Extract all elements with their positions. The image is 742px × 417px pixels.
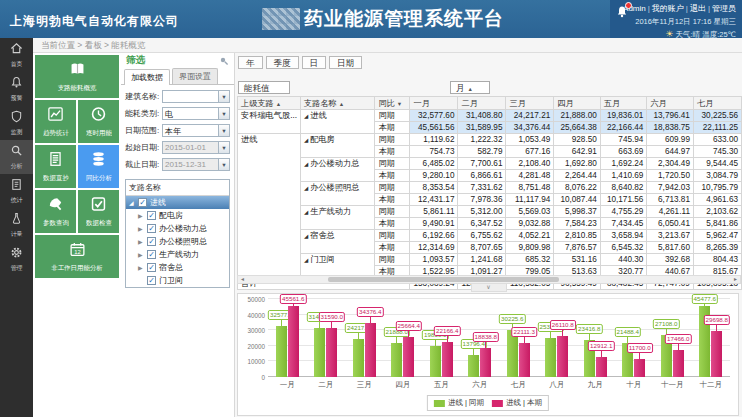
- user-link-3[interactable]: 管理员: [712, 4, 736, 13]
- branch-cell[interactable]: ◢配电房: [300, 134, 374, 158]
- month-header[interactable]: 六月: [647, 97, 694, 110]
- value-cell: 5,861.11: [410, 206, 458, 218]
- rail-item-alert[interactable]: 预警: [0, 72, 33, 106]
- x-axis-label: 二月: [318, 380, 333, 390]
- label-stem: [485, 342, 486, 348]
- col-header-0[interactable]: 上级支路▲: [238, 97, 301, 110]
- tree-node-1[interactable]: ▶✓办公楼动力总: [126, 222, 229, 235]
- value-cell: 7,942.03: [647, 182, 694, 194]
- col-header-1[interactable]: 支路名称▲: [300, 97, 374, 110]
- expand-icon[interactable]: ▶: [138, 225, 146, 232]
- expand-icon[interactable]: ▶: [138, 251, 146, 258]
- tile-param-query[interactable]: 参数查询: [35, 190, 76, 233]
- value-cell: 31,589.95: [458, 122, 506, 134]
- tile-data-check[interactable]: 数据检查: [78, 190, 119, 233]
- user-link-2[interactable]: 退出: [690, 4, 706, 13]
- field-select-1[interactable]: 电▼: [162, 107, 230, 120]
- scroll-right-arrow[interactable]: ►: [731, 276, 740, 283]
- field-select-4[interactable]: 2015-12-31▼: [162, 158, 230, 171]
- expand-icon[interactable]: ▶: [138, 238, 146, 245]
- field-label: 能耗类别:: [125, 108, 162, 119]
- notification-bell-icon[interactable]: [615, 5, 629, 19]
- legend-item-tongqi[interactable]: 进线 | 同期: [434, 398, 484, 408]
- pin-icon[interactable]: [219, 52, 229, 70]
- value-cell: 5,962.47: [693, 230, 741, 242]
- rail-item-home[interactable]: 首页: [0, 38, 33, 72]
- tree-node-0[interactable]: ▶✓配电房: [126, 209, 229, 222]
- tree-node-root[interactable]: ◢✓进线: [126, 196, 229, 209]
- field-select-3[interactable]: 2015-01-01▼: [162, 141, 230, 154]
- tile-nonworkday-analysis[interactable]: 12非工作日用能分析: [35, 235, 119, 278]
- tree-node-5[interactable]: ✓门卫间: [126, 274, 229, 287]
- col-header-2[interactable]: 同比▼: [375, 97, 410, 110]
- month-header[interactable]: 二月: [458, 97, 506, 110]
- scroll-left-arrow[interactable]: ◄: [238, 276, 247, 283]
- filter-tab-加载数据[interactable]: 加载数据: [124, 69, 170, 85]
- value-cell: 1,222.32: [458, 134, 506, 146]
- checkbox-checked[interactable]: ✓: [147, 211, 156, 220]
- bar-value-label: 22111.3: [512, 327, 537, 337]
- branch-cell[interactable]: ◢宿舍总: [300, 230, 374, 254]
- tile-label: 参数查询: [43, 218, 69, 227]
- user-link-1[interactable]: 我的账户: [652, 4, 684, 13]
- tile-hourly-energy[interactable]: 逐时用能: [78, 100, 119, 143]
- month-header[interactable]: 七月: [693, 97, 741, 110]
- tile-data-readout[interactable]: 数据直抄: [35, 145, 76, 188]
- expand-icon[interactable]: ▶: [138, 212, 146, 219]
- x-axis-label: 八月: [549, 380, 564, 390]
- expand-icon[interactable]: ◢: [129, 199, 137, 206]
- period-button-3[interactable]: 日期: [329, 56, 362, 69]
- month-header[interactable]: 四月: [554, 97, 601, 110]
- branch-cell[interactable]: ◢门卫间: [300, 254, 374, 278]
- checkbox-checked[interactable]: ✓: [147, 224, 156, 233]
- tile-branch-energy-overview[interactable]: 支路能耗概览: [35, 55, 119, 98]
- rail-item-metering[interactable]: 计量: [0, 208, 33, 242]
- chart-collapse-handle[interactable]: ∨: [471, 284, 507, 292]
- period-button-2[interactable]: 日: [302, 56, 327, 69]
- tree-node-label: 办公楼照明总: [159, 236, 207, 247]
- value-cell: 25,664.38: [554, 122, 601, 134]
- rail-item-admin[interactable]: 管理: [0, 242, 33, 276]
- value-cell: 9,490.91: [410, 218, 458, 230]
- svg-text:12: 12: [74, 248, 80, 254]
- field-value: 电: [163, 108, 218, 119]
- tree-node-4[interactable]: ▶✓宿舍总: [126, 261, 229, 274]
- bar-value-label: 23416.8: [576, 324, 602, 334]
- tree-node-2[interactable]: ▶✓办公楼照明总: [126, 235, 229, 248]
- rail-item-monitor[interactable]: 监测: [0, 106, 33, 140]
- branch-cell[interactable]: ◢办公楼动力总: [300, 158, 374, 182]
- checkbox-checked[interactable]: ✓: [138, 198, 147, 207]
- tile-trend-stats[interactable]: 趋势统计: [35, 100, 76, 143]
- field-select-2[interactable]: 本年▼: [162, 124, 230, 137]
- field-select-0[interactable]: ▼: [162, 90, 230, 103]
- tile-yoy-analysis[interactable]: 同比分析: [78, 145, 119, 188]
- month-header[interactable]: 一月: [410, 97, 458, 110]
- month-header[interactable]: 五月: [600, 97, 647, 110]
- branch-cell[interactable]: ◢进线: [300, 110, 374, 134]
- branch-cell[interactable]: ◢办公楼照明总: [300, 182, 374, 206]
- rail-item-stats[interactable]: 统计: [0, 174, 33, 208]
- user-info-box: Admin|我的账户|退出|管理员 2016年11月12日 17:16 星期三 …: [610, 0, 742, 38]
- checkbox-checked[interactable]: ✓: [147, 250, 156, 259]
- value-cell: 21,888.00: [554, 110, 601, 122]
- value-cell: 3,658.94: [600, 230, 647, 242]
- column-field-chip[interactable]: 月▲: [450, 81, 490, 94]
- rail-item-analysis[interactable]: 分析: [0, 140, 33, 174]
- legend-item-benqi[interactable]: 进线 | 本期: [492, 398, 542, 408]
- filter-tab-界面设置[interactable]: 界面设置: [172, 68, 218, 84]
- checkbox-checked[interactable]: ✓: [147, 237, 156, 246]
- expand-icon[interactable]: ▶: [138, 264, 146, 271]
- measure-field-chip[interactable]: 能耗值: [238, 81, 290, 94]
- y-tick-label: 50000: [247, 296, 265, 303]
- branch-cell[interactable]: ◢生产线动力: [300, 206, 374, 230]
- gridline: 50000: [268, 298, 730, 299]
- period-button-1[interactable]: 季度: [266, 56, 299, 69]
- rail-item-label: 监测: [11, 128, 23, 136]
- period-button-0[interactable]: 年: [238, 56, 263, 69]
- checkbox-checked[interactable]: ✓: [147, 276, 156, 285]
- value-cell: 6,192.66: [410, 230, 458, 242]
- checkbox-checked[interactable]: ✓: [147, 263, 156, 272]
- month-header[interactable]: 三月: [506, 97, 554, 110]
- scrollbar-thumb[interactable]: [328, 277, 559, 282]
- tree-node-3[interactable]: ▶✓生产线动力: [126, 248, 229, 261]
